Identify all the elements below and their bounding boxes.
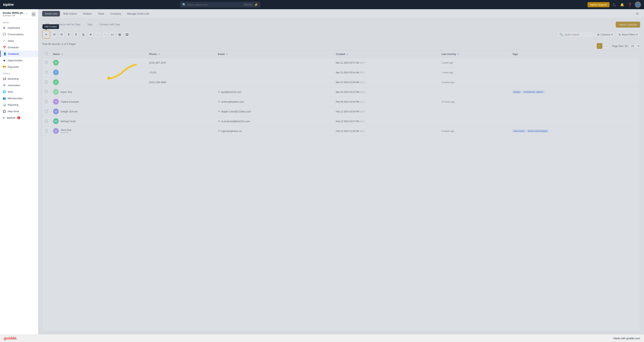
page-size-select[interactable]: 20 50 100 [629, 44, 640, 49]
upload-button[interactable]: ⬆ [66, 31, 72, 38]
support-button[interactable]: topline Support [588, 2, 610, 7]
search-icon: 🔍 [182, 3, 186, 6]
name-cell[interactable]: I2 [50, 77, 146, 87]
name-cell[interactable]: I8 [50, 58, 146, 68]
global-search-input[interactable] [188, 3, 242, 6]
row-checkbox[interactable] [45, 61, 48, 64]
sidebar-item-mailfold[interactable]: ✉ Mailfold 1 [0, 114, 38, 121]
table-row[interactable]: I +1123Mar 21 2024 05:54 AM (EDT)1 week … [42, 68, 640, 77]
row-checkbox[interactable] [45, 100, 48, 103]
sidebar-item-dashboard[interactable]: ⊞ Dashboard [0, 24, 38, 31]
row-checkbox[interactable] [45, 130, 48, 132]
email-cell[interactable]: ✉kyle@test123.com [215, 87, 333, 97]
subnav-company[interactable]: Company [108, 11, 124, 16]
table-row[interactable]: MS Michael Scott ✉m.scott.test@test123.c… [42, 116, 640, 126]
name-cell[interactable]: JD Jane DoeJane Do [50, 126, 146, 136]
sidebar-item-sites[interactable]: 🌐 Sites [0, 88, 38, 95]
sidebar-item-contacts[interactable]: 👤 Contacts [0, 50, 38, 57]
bell-icon-button[interactable]: 🔔 [620, 2, 625, 7]
row-checkbox[interactable] [45, 71, 48, 74]
table-row[interactable]: TE Topline Example ✉andrea@topline.comFe… [42, 97, 640, 107]
add-contact-button[interactable]: + [43, 31, 50, 38]
sidebar-item-automation[interactable]: ⚙ Automation [0, 82, 38, 88]
subnav-tasks[interactable]: Tasks [95, 11, 107, 16]
row-checkbox[interactable] [45, 110, 48, 112]
sidebar-item-scheduler[interactable]: 📅 Scheduler [0, 44, 38, 50]
sidebar-collapse-button[interactable]: ▤ [32, 12, 36, 16]
columns-button[interactable]: ⊞ Columns ▾ [595, 32, 615, 37]
col-name[interactable]: Name ⇅ [50, 50, 146, 58]
star-button[interactable]: ★ [87, 31, 94, 38]
email-cell[interactable] [215, 77, 333, 87]
sidebar-item-payments[interactable]: 💳 Payments [0, 64, 38, 70]
download-button[interactable]: ⬇ [73, 31, 79, 38]
tab-with-tags[interactable]: Contacts with Tags [96, 22, 124, 28]
table-row[interactable]: DS Dwight Schrute ✉dwight.s.test@123test… [42, 107, 640, 116]
image-button[interactable]: 🖼 [124, 31, 130, 38]
user-avatar[interactable]: 👤 [635, 2, 641, 8]
sidebar-item-label: Payments [8, 66, 19, 68]
help-icon-button[interactable]: ❓ [627, 2, 632, 7]
email-value: m.scott.test@test123.com [221, 120, 250, 123]
sidebar-item-marketing[interactable]: 📢 Marketing [0, 76, 38, 82]
sidebar-item-opportunities[interactable]: ◆ Opportunities [0, 57, 38, 64]
subnav-manage-smart-lists[interactable]: Manage Smart Lists [124, 11, 152, 16]
contact-name: Topline Example [61, 100, 79, 103]
sidebar-item-conversations[interactable]: 💬 Conversations [0, 31, 38, 38]
col-email[interactable]: Email ⇅ [215, 50, 333, 58]
more-filters-button[interactable]: ⚙ More Filters ▾ [616, 32, 640, 37]
workspace-selector[interactable]: Dunder Mifflin [D... Scranton, PA ▼ [3, 12, 28, 17]
quick-search-input[interactable] [565, 33, 592, 36]
sidebar-item-label: Automation [8, 84, 20, 87]
subnav-bulk-actions[interactable]: Bulk Actions [61, 11, 80, 16]
contact-name: Michael Scott [61, 120, 76, 123]
import-contacts-button[interactable]: Import Contacts [616, 22, 640, 28]
global-search-bar[interactable]: 🔍 Ctrl + K ⚡ [180, 2, 260, 8]
email-cell[interactable]: ✉m.scott.test@test123.com [215, 116, 333, 126]
table-row[interactable]: JD Jane DoeJane Do ✉mgrosso@nbuc.caFeb 1… [42, 126, 640, 136]
share-button[interactable]: ↑ [102, 31, 108, 38]
export-button[interactable]: ↓ [94, 31, 101, 38]
email-action-button[interactable]: ✉ [58, 31, 65, 38]
col-last-activity[interactable]: Last Activity ⇅ [439, 50, 510, 58]
name-cell[interactable]: I [50, 68, 146, 77]
col-created[interactable]: Created ⇅ [333, 50, 439, 58]
tag-button[interactable]: 🏷 [109, 31, 116, 38]
dashboard-icon: ⊞ [3, 26, 6, 29]
email-cell[interactable]: ✉andrea@topline.com [215, 97, 333, 107]
email-cell[interactable] [215, 58, 333, 68]
row-checkbox[interactable] [45, 90, 48, 93]
sidebar-item-helpdesk[interactable]: 🎧 Help Desk [0, 108, 38, 114]
select-all-checkbox[interactable] [45, 52, 48, 55]
row-checkbox[interactable] [45, 120, 48, 122]
tools-section-label: Tools [0, 70, 38, 76]
name-cell[interactable]: KT Kyles Test [50, 87, 146, 97]
filter-button[interactable]: ⚙ [51, 31, 58, 38]
page-next-button[interactable]: › [604, 43, 609, 49]
sidebar-item-memberships[interactable]: 👥 Memberships [0, 95, 38, 102]
table-row[interactable]: I8 (231) 867-3167Mar 21 2024 05:57 AM (E… [42, 58, 640, 68]
email-cell[interactable] [215, 68, 333, 77]
name-cell[interactable]: DS Dwight Schrute [50, 107, 146, 116]
subnav-restore[interactable]: Restore [80, 11, 94, 16]
delete-button[interactable]: 🗑 [80, 31, 86, 38]
sidebar-item-tasks[interactable]: ✓ Tasks [0, 38, 38, 44]
subnav-smart-lists[interactable]: Smart Lists [42, 11, 60, 16]
email-cell[interactable]: ✉mgrosso@nbuc.ca [215, 126, 333, 136]
tab-tags[interactable]: Tags [84, 22, 96, 28]
timezone-badge: (EDT) [360, 72, 365, 74]
name-cell[interactable]: MS Michael Scott [50, 116, 146, 126]
col-phone[interactable]: Phone ⇅ [146, 50, 215, 58]
page-button-1[interactable]: 1 [597, 43, 602, 49]
sidebar-item-reporting[interactable]: 📊 Reporting [0, 102, 38, 108]
row-checkbox[interactable] [45, 80, 48, 83]
select-all-header[interactable] [42, 50, 50, 58]
phone-icon-button[interactable]: 📞 [612, 2, 617, 7]
name-cell[interactable]: TE Topline Example [50, 97, 146, 107]
activity-value: 3 weeks ago [442, 81, 454, 84]
grid-button[interactable]: ▦ [116, 31, 123, 38]
subnav-settings-icon[interactable]: ⚙ [634, 11, 640, 17]
email-cell[interactable]: ✉dwight.s.test@123test.com [215, 107, 333, 116]
table-row[interactable]: KT Kyles Test ✉kyle@test123.comMar 05 20… [42, 87, 640, 97]
table-row[interactable]: I2 (331) 234-3685Mar 07 2024 02:09 PM (E… [42, 77, 640, 87]
